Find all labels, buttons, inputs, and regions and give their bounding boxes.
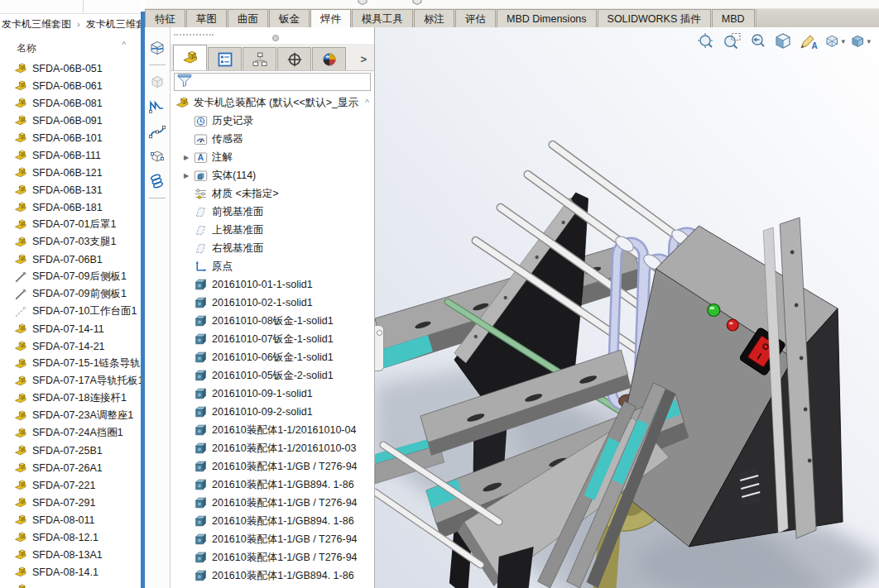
commandmanager-tab[interactable]: 焊件 — [310, 9, 351, 29]
tree-item[interactable]: 20161010-06钣金-1-solid1 — [171, 348, 374, 366]
file-row[interactable]: SFDA-06B-081 — [0, 94, 141, 112]
file-row[interactable]: SFDA-07-17A导轨托板1 — [0, 372, 141, 390]
zoom-to-fit-icon[interactable] — [695, 31, 717, 51]
tree-item[interactable]: 201610装配体1-1/GB / T276-94 — [171, 494, 374, 512]
tree-item[interactable]: 201610装配体1-1/GB894. 1-86 — [171, 512, 374, 530]
spline-icon[interactable] — [148, 122, 166, 141]
tree-item[interactable]: 右视基准面 — [171, 239, 374, 257]
scroll-up-icon[interactable]: ^ — [365, 98, 374, 108]
file-row[interactable]: SFDA-06B-101 — [0, 129, 141, 146]
tree-item[interactable]: 201610装配体1-1/20161010-03 — [171, 439, 374, 457]
featuremanager-tab[interactable] — [173, 45, 207, 70]
3d-sketch-icon[interactable] — [148, 147, 166, 165]
file-row[interactable]: SFDA-07-01后罩1 — [0, 216, 141, 233]
zoom-to-area-icon[interactable] — [721, 31, 742, 51]
file-row[interactable]: SFDA-08-13A1 — [0, 546, 141, 563]
file-row[interactable]: SFDA-07-18连接杆1 — [0, 390, 141, 407]
commandmanager-tab[interactable]: 标注 — [414, 9, 454, 28]
tree-item[interactable]: 201610装配体1-1/20161010-04 — [171, 421, 374, 439]
sketch-icon[interactable] — [148, 98, 166, 116]
file-row[interactable]: SFDA-07-14-21 — [0, 337, 141, 355]
solid-body-icon[interactable] — [148, 39, 166, 57]
red-indicator-light[interactable] — [727, 319, 738, 331]
tree-root-assembly[interactable]: 发卡机总装配体 (默认<<默认>_显示^ — [171, 93, 374, 112]
graphics-viewport[interactable]: A▾▾ — [375, 27, 879, 588]
display-style-icon[interactable]: ▾ — [849, 31, 871, 51]
breadcrumb-item[interactable]: 发卡机三维套图 — [2, 17, 71, 31]
panel-expand-arrow[interactable]: > — [360, 53, 374, 70]
commandmanager-tab[interactable]: 模具工具 — [352, 9, 413, 28]
file-row[interactable]: SFDA-07-15-1链条导轨 — [0, 355, 141, 372]
tree-item[interactable]: 20161010-09-1-solid1 — [171, 385, 374, 403]
panel-splitter-handle[interactable] — [375, 325, 384, 371]
file-row[interactable]: SFDA-07-10工作台面1 — [0, 303, 141, 320]
file-row[interactable]: SFDA-06B-181 — [0, 198, 141, 216]
expand-arrow-icon[interactable]: ▶ — [184, 154, 194, 161]
tree-item[interactable]: 原点 — [171, 257, 374, 275]
tree-item[interactable]: 201610装配体1-1/GB / T276-94 — [171, 548, 374, 566]
displaymanager-tab[interactable] — [312, 47, 346, 70]
file-row[interactable]: SFDA-07-06B1 — [0, 251, 141, 268]
file-row[interactable]: SFDA-08-011 — [0, 511, 141, 528]
tree-item[interactable]: 20161010-09-2-solid1 — [171, 403, 374, 421]
dimxpertmanager-tab[interactable] — [277, 47, 311, 70]
file-row[interactable]: SFDA-07-291 — [0, 494, 141, 511]
view-orientation-icon[interactable]: ▾ — [824, 31, 845, 51]
file-row[interactable]: SFDA-06B-051 — [0, 60, 141, 77]
file-row[interactable]: SFDA-06B-091 — [0, 112, 141, 129]
file-row[interactable]: SFDA-07-24A挡圈1 — [0, 424, 141, 442]
file-row[interactable]: SFDA-07-14-11 — [0, 320, 141, 337]
name-column-header[interactable]: 名称 — [17, 41, 36, 55]
tree-item[interactable]: ▶A注解 — [171, 148, 374, 166]
tree-item[interactable]: ▶实体(114) — [171, 166, 374, 184]
file-row[interactable]: SFDA-08-14.1 — [0, 563, 141, 581]
tree-item[interactable]: 201610装配体1-1/GB894. 1-86 — [171, 566, 374, 585]
file-row[interactable] — [0, 581, 141, 588]
commandmanager-tab[interactable]: SOLIDWORKS 插件 — [598, 9, 711, 28]
tree-item[interactable]: 201610装配体1-1/ — [171, 585, 374, 588]
coil-icon[interactable] — [148, 172, 166, 190]
expand-arrow-icon[interactable]: ▶ — [184, 172, 194, 179]
dropdown-caret-icon[interactable]: ▾ — [867, 37, 871, 45]
commandmanager-tab[interactable]: MBD — [712, 9, 755, 28]
file-row[interactable]: SFDA-07-23A调整座1 — [0, 407, 141, 424]
file-row[interactable]: SFDA-06B-111 — [0, 146, 141, 164]
tree-item[interactable]: 20161010-05钣金-2-solid1 — [171, 366, 374, 385]
tree-item[interactable]: 20161010-07钣金-1-solid1 — [171, 330, 374, 348]
file-row[interactable]: SFDA-07-03支腿1 — [0, 233, 141, 251]
file-row[interactable]: SFDA-06B-061 — [0, 77, 141, 94]
tree-item[interactable]: 传感器 — [171, 130, 374, 148]
tree-item[interactable]: 201610装配体1-1/GB894. 1-86 — [171, 476, 374, 494]
configurationmanager-tab[interactable] — [243, 47, 276, 70]
commandmanager-tab[interactable]: 曲面 — [228, 9, 268, 28]
file-row[interactable]: SFDA-07-09前侧板1 — [0, 285, 141, 303]
previous-view-icon[interactable] — [747, 31, 768, 51]
propertymanager-tab[interactable] — [208, 47, 242, 70]
sort-ascending-icon[interactable]: ^ — [122, 41, 126, 50]
tree-filter-input[interactable] — [174, 73, 371, 91]
green-indicator-light[interactable] — [708, 304, 720, 317]
breadcrumb-item[interactable]: 发卡机三维套 — [86, 17, 141, 31]
commandmanager-tab[interactable]: 特征 — [145, 9, 185, 28]
file-row[interactable]: SFDA-07-26A1 — [0, 459, 141, 476]
tree-item[interactable]: 20161010-01-1-solid1 — [171, 275, 374, 294]
file-row[interactable]: SFDA-07-25B1 — [0, 442, 141, 459]
commandmanager-tab[interactable]: 钣金 — [269, 9, 310, 28]
tree-item[interactable]: 历史记录 — [171, 112, 374, 130]
commandmanager-tab[interactable]: MBD Dimensions — [497, 9, 597, 28]
tree-item[interactable]: 201610装配体1-1/GB / T276-94 — [171, 457, 374, 476]
section-view-icon[interactable] — [772, 31, 794, 51]
hide-show-annotations-icon[interactable]: A — [798, 31, 819, 51]
extrude-disabled-icon[interactable] — [148, 73, 166, 91]
file-row[interactable]: SFDA-07-09后侧板1 — [0, 268, 141, 285]
file-row[interactable]: SFDA-07-221 — [0, 476, 141, 494]
commandmanager-tab[interactable]: 评估 — [455, 9, 496, 28]
tree-item[interactable]: 20161010-08钣金-1-solid1 — [171, 312, 374, 330]
tree-item[interactable]: 前视基准面 — [171, 203, 374, 221]
file-row[interactable]: SFDA-08-12.1 — [0, 528, 141, 546]
tree-item[interactable]: 201610装配体1-1/GB / T276-94 — [171, 530, 374, 548]
3d-model-canvas[interactable] — [375, 27, 879, 588]
file-row[interactable]: SFDA-06B-121 — [0, 164, 141, 181]
commandmanager-tab[interactable]: 草图 — [186, 9, 227, 28]
panel-grip[interactable] — [171, 27, 374, 44]
